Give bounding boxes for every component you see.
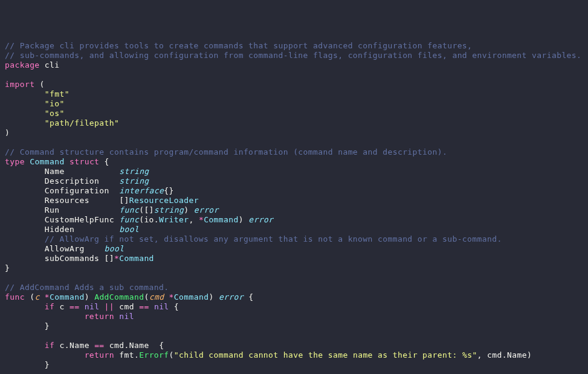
var-c: c — [54, 341, 64, 350]
sep: , — [189, 215, 198, 224]
keyword-type: type — [5, 157, 25, 166]
paren-close: ) — [5, 128, 10, 137]
package-name: cli — [40, 60, 60, 69]
nil: nil — [114, 312, 134, 321]
keyword-if: if — [45, 341, 54, 350]
type-error: error — [244, 215, 273, 224]
type-string: string — [154, 205, 184, 214]
field-resources: Resources — [5, 196, 119, 205]
arg: , cmd — [477, 350, 502, 359]
import-path: "io" — [45, 99, 65, 108]
type-func: func — [119, 215, 139, 224]
string-literal: "child command cannot have the same name… — [174, 350, 477, 359]
field-hidden: Hidden — [5, 225, 119, 234]
keyword-package: package — [5, 60, 40, 69]
comment-line: // Command structure contains program/co… — [5, 147, 447, 156]
field-description: Description — [5, 176, 119, 185]
func-errorf: Errorf — [139, 350, 169, 359]
param-cmd: cmd — [149, 292, 164, 301]
pkg-fmt: fmt — [114, 350, 134, 359]
field-allowarg: AllowArg — [5, 244, 105, 253]
type-string: string — [119, 176, 149, 185]
comment-line: // AddCommand Adds a sub command. — [5, 283, 169, 292]
var-c: c — [54, 302, 69, 311]
op-eq: == — [139, 302, 149, 311]
brace: { — [244, 292, 253, 301]
keyword-func: func — [5, 292, 25, 301]
paren: ( — [144, 292, 149, 301]
prop-name: Name — [129, 341, 154, 350]
type-func: func — [119, 205, 139, 214]
keyword-struct: struct — [65, 157, 100, 166]
paren: ( — [169, 350, 174, 359]
paren: ) — [208, 292, 218, 301]
pkg-io: io — [144, 215, 153, 224]
op-star: * — [114, 254, 119, 263]
type-error: error — [189, 205, 218, 214]
field-run: Run — [5, 205, 119, 214]
import-path: "path/filepath" — [45, 118, 119, 127]
paren: ) — [85, 292, 94, 301]
keyword-import: import — [5, 80, 34, 89]
dot: . — [65, 341, 69, 350]
keyword-return: return — [85, 312, 114, 321]
slice-bracket: [] — [144, 205, 153, 214]
op-eq: == — [69, 302, 79, 311]
field-configuration: Configuration — [5, 186, 119, 195]
keyword-if: if — [45, 302, 54, 311]
slice-bracket: [] — [119, 196, 129, 205]
paren: ) — [527, 350, 532, 359]
op-eq: == — [94, 341, 104, 350]
prop-name: Name — [69, 341, 94, 350]
type-string: string — [119, 167, 149, 176]
keyword-return: return — [85, 350, 114, 359]
brace: { — [99, 157, 109, 166]
var-cmd: cmd — [105, 341, 124, 350]
paren: ( — [25, 292, 34, 301]
paren: ) — [239, 215, 244, 224]
dot: . — [124, 341, 129, 350]
comment-line: // AllowArg if not set, disallows any ar… — [5, 234, 502, 243]
field-name: Name — [5, 167, 119, 176]
code-editor[interactable]: // Package cli provides tools to create … — [5, 41, 583, 374]
field-subcommands: subCommands — [5, 254, 105, 263]
type-bool: bool — [105, 244, 124, 253]
op-star: * — [199, 215, 204, 224]
type-bool: bool — [119, 225, 139, 234]
type-command: Command — [119, 254, 154, 263]
type-command: Command — [50, 292, 85, 301]
dot: . — [134, 350, 139, 359]
type-resourceloader: ResourceLoader — [129, 196, 199, 205]
brace-close: } — [5, 321, 50, 330]
type-interface: interface — [119, 186, 164, 195]
brace: { — [154, 341, 164, 350]
op-star: * — [40, 292, 50, 301]
slice-bracket: [] — [105, 254, 114, 263]
brace-close: } — [5, 360, 50, 369]
prop-name: Name — [507, 350, 527, 359]
type-writer: Writer — [159, 215, 189, 224]
type-command: Command — [204, 215, 239, 224]
nil: nil — [79, 302, 99, 311]
import-path: "os" — [45, 109, 65, 118]
op-or: || — [99, 302, 119, 311]
braces: {} — [164, 186, 173, 195]
dot: . — [502, 350, 507, 359]
comment-line: // sub-commands, and allowing configurat… — [5, 51, 581, 60]
op-star: * — [164, 292, 173, 301]
field-customhelpfunc: CustomHelpFunc — [5, 215, 119, 224]
dot: . — [154, 215, 159, 224]
brace-close: } — [5, 263, 10, 272]
receiver-c: c — [34, 292, 39, 301]
type-command: Command — [25, 157, 65, 166]
type-error: error — [219, 292, 244, 301]
type-command: Command — [174, 292, 209, 301]
nil: nil — [149, 302, 169, 311]
import-path: "fmt" — [45, 89, 69, 98]
comment-line: // Package cli provides tools to create … — [5, 41, 472, 50]
var-cmd: cmd — [119, 302, 139, 311]
brace: { — [169, 302, 179, 311]
func-addcommand: AddCommand — [94, 292, 144, 301]
paren: ( — [34, 80, 44, 89]
